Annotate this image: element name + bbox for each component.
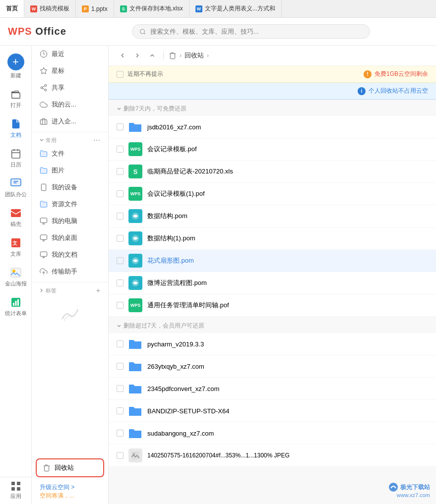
file-name-f4: 会议记录模板(1).pof: [147, 189, 205, 198]
file-checkbox-g6[interactable]: [117, 452, 124, 459]
sidebar-stats-label: 统计表单: [5, 310, 27, 317]
file-checkbox-f9[interactable]: [117, 302, 124, 309]
sidebar-item-doc[interactable]: 文档: [0, 114, 31, 143]
nav-my-pc[interactable]: 我的电脑: [32, 213, 108, 229]
nav-images[interactable]: 图片: [32, 162, 108, 179]
nav-enterprise[interactable]: 进入企...: [32, 113, 108, 130]
file-item-f8[interactable]: 微博运营流程图.pom: [109, 272, 436, 294]
file-checkbox-g2[interactable]: [117, 363, 124, 370]
forward-button[interactable]: [131, 50, 143, 61]
file-checkbox-g5[interactable]: [117, 430, 124, 437]
breadcrumb-trash-icon: [169, 52, 177, 59]
tab-docx-label: 文字是人类用表义...方式和: [205, 4, 275, 13]
svg-point-0: [140, 29, 145, 33]
tab-pptx-label: 1.pptx: [91, 5, 108, 12]
apps-button[interactable]: 应用: [0, 477, 31, 504]
svg-rect-29: [41, 184, 46, 190]
file-item-g6[interactable]: 1402507575-1616200704#f...353%...1...130…: [109, 445, 436, 467]
search-icon: [139, 28, 146, 35]
svg-line-26: [43, 88, 45, 90]
sidebar-item-new[interactable]: + 新建: [0, 50, 31, 83]
file-checkbox-g4[interactable]: [117, 407, 124, 414]
file-item-f2[interactable]: WPS 会议记录模板.pof: [109, 138, 436, 161]
file-name-f2: 会议记录模板.pof: [147, 145, 197, 154]
notice-right-text: 免费1GB云空间剩余: [374, 70, 428, 78]
nav-my-desktop[interactable]: 我的桌面: [32, 229, 108, 246]
svg-rect-16: [17, 299, 19, 306]
nav-cloud[interactable]: 我的云...: [32, 96, 108, 113]
file-item-g3[interactable]: 2345pdfconvert_xz7.com: [109, 378, 436, 400]
tab-pptx[interactable]: P 1.pptx: [76, 0, 114, 17]
drafts-icon: [10, 207, 22, 219]
search-input[interactable]: [150, 28, 363, 35]
upgrade-link[interactable]: 升级云空间 >: [40, 483, 100, 492]
svg-rect-18: [17, 482, 20, 485]
file-item-g4[interactable]: BANDIZIP-SETUP-STD-X64: [109, 400, 436, 422]
file-item-g1[interactable]: pycharm_v2019.3.3: [109, 333, 436, 355]
sidebar-item-stats[interactable]: 统计表单: [0, 292, 31, 321]
nav-my-device[interactable]: 我的设备: [32, 179, 108, 196]
sidebar-item-open[interactable]: 打开: [0, 84, 31, 113]
file-item-g5[interactable]: sudabangong_xz7.com: [109, 422, 436, 445]
file-checkbox-f8[interactable]: [117, 280, 124, 286]
nav-files[interactable]: 文件: [32, 145, 108, 162]
tab-xlsx[interactable]: S 文件保存到本地.xlsx: [114, 0, 189, 17]
sidebar-item-drafts[interactable]: 稿壳: [0, 203, 31, 232]
svg-rect-17: [11, 482, 15, 485]
file-checkbox-f7[interactable]: [117, 257, 124, 264]
nav-recent[interactable]: 最近: [32, 46, 108, 62]
file-checkbox-f4[interactable]: [117, 190, 124, 197]
sidebar-item-poster[interactable]: 金山海报: [0, 263, 31, 291]
nav-share[interactable]: 共享: [32, 79, 108, 96]
file-item-f7[interactable]: 花式扇形图.pom: [109, 250, 436, 272]
nav-star[interactable]: 星标: [32, 62, 108, 79]
tab-docx[interactable]: W 文字是人类用表义...方式和: [189, 0, 282, 17]
nav-upload[interactable]: 传输助手: [32, 263, 108, 280]
nav-pc-label: 我的电脑: [52, 217, 77, 225]
notice-right: ! 免费1GB云空间剩余: [364, 70, 428, 78]
file-item-f9[interactable]: WPS 通用任务管理清单时间轴.pof: [109, 294, 436, 317]
file-item-f6[interactable]: 数据结构(1).pom: [109, 227, 436, 250]
recycle-bin-section: 回收站: [36, 458, 104, 477]
file-checkbox-g3[interactable]: [117, 385, 124, 392]
sidebar-item-calendar[interactable]: 日历: [0, 144, 31, 172]
file-item-f4[interactable]: WPS 会议记录模板(1).pof: [109, 183, 436, 205]
search-bar[interactable]: [132, 24, 370, 39]
file-checkbox-f1[interactable]: [117, 123, 124, 130]
tab-home[interactable]: 首页: [0, 0, 24, 17]
nav-my-docs[interactable]: 我的文档: [32, 246, 108, 263]
svg-point-12: [12, 270, 15, 273]
svg-rect-8: [11, 209, 21, 217]
file-item-f3[interactable]: S 临期商品登记表-20210720.xls: [109, 161, 436, 183]
nav-resources[interactable]: 资源文件: [32, 196, 108, 213]
sidebar-item-library[interactable]: 文 文库: [0, 233, 31, 262]
section1-header: 删除7天内，可免费还原: [109, 100, 436, 116]
nav-recent-label: 最近: [52, 50, 64, 58]
file-checkbox-g1[interactable]: [117, 340, 124, 347]
notice-checkbox[interactable]: [117, 71, 124, 78]
common-section-header: 常用 ⋯: [32, 134, 108, 145]
file-name-f9: 通用任务管理清单时间轴.pof: [147, 301, 229, 310]
docs-icon: [40, 251, 48, 259]
file-item-f1[interactable]: jsdb2016_xz7.com: [109, 116, 436, 138]
apps-grid-icon: [11, 481, 21, 491]
file-checkbox-f3[interactable]: [117, 168, 124, 175]
file-item-f5[interactable]: 数据结构.pom: [109, 205, 436, 227]
tab-template[interactable]: W 找稿壳模板: [24, 0, 76, 17]
svg-rect-3: [11, 150, 20, 159]
up-button[interactable]: [146, 50, 158, 61]
desktop-icon: [40, 234, 48, 242]
common-add-button[interactable]: ⋯: [93, 136, 100, 144]
chevron-right-icon: [40, 288, 44, 292]
main-layout: + 新建 打开 文档: [0, 46, 436, 504]
file-item-g2[interactable]: 263ytxqyb_xz7.com: [109, 355, 436, 378]
tags-add-button[interactable]: +: [96, 286, 100, 294]
file-checkbox-f5[interactable]: [117, 213, 124, 220]
file-checkbox-f2[interactable]: [117, 146, 124, 153]
back-button[interactable]: [117, 50, 128, 61]
sidebar-item-team[interactable]: 团队办公: [0, 173, 31, 202]
file-checkbox-f6[interactable]: [117, 235, 124, 242]
main-content: › 回收站 › 近期不再提示 ! 免费1GB云空间剩余 i 个人回收站不占用云空: [109, 46, 436, 504]
recycle-bin-button[interactable]: 回收站: [37, 459, 103, 476]
nav-docs-label: 我的文档: [52, 250, 77, 259]
